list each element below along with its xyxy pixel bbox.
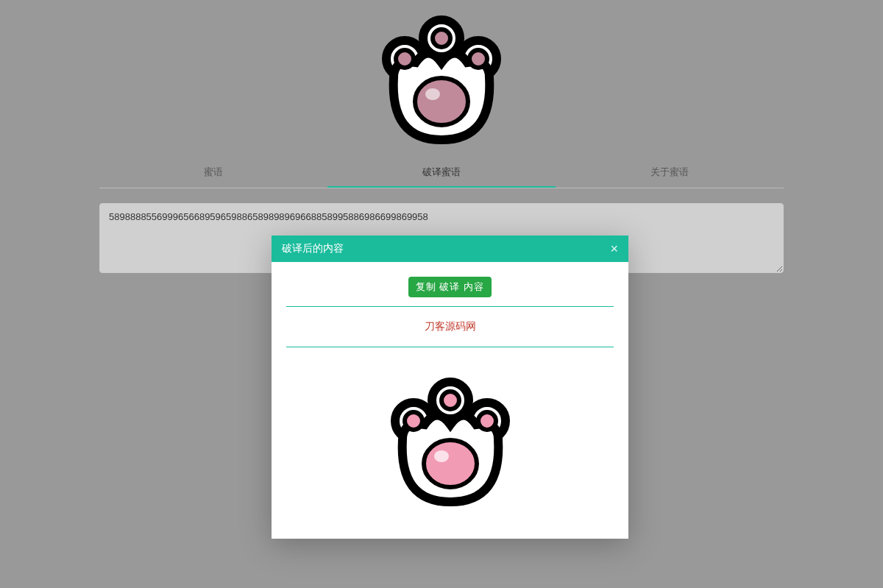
svg-point-15	[478, 412, 496, 430]
modal-header: 破译后的内容 ×	[272, 235, 628, 262]
svg-point-13	[405, 412, 422, 430]
copy-decoded-button[interactable]: 复制 破译 内容	[408, 277, 492, 297]
decoded-text: 刀客源码网	[425, 320, 476, 332]
close-icon[interactable]: ×	[610, 242, 618, 255]
svg-point-16	[424, 440, 477, 487]
svg-point-17	[434, 450, 449, 462]
svg-point-14	[442, 392, 459, 409]
modal-title: 破译后的内容	[282, 242, 344, 255]
decode-result-modal: 破译后的内容 × 复制 破译 内容 刀客源码网	[272, 235, 628, 539]
modal-paw-logo	[286, 369, 614, 517]
